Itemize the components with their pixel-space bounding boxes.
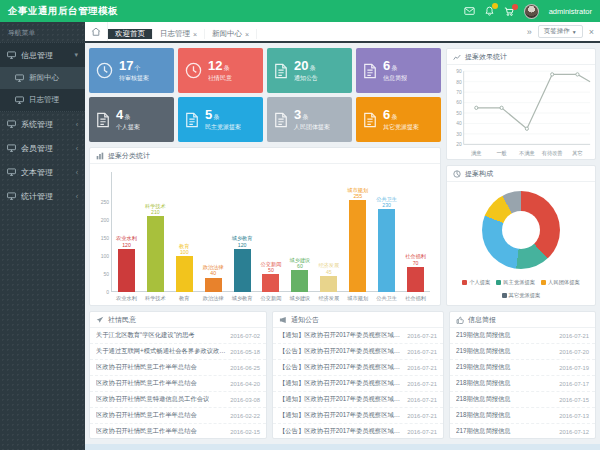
list-item[interactable]: 【公告】区政协召开2017年委员视察区域工作会议2016-07-21 [273,344,443,360]
bars: 农业水利120农业水利科学技术210科学技术教育100教育政治法律40政治法律城… [112,168,430,302]
file-icon [274,63,288,79]
bar-label-value: 255 [347,193,368,199]
stat-unit: 条 [391,65,397,71]
stat-card[interactable]: 12条社情民意 [178,48,263,93]
sidebar-item[interactable]: 系统管理‹ [0,112,85,136]
legend-item[interactable]: 民主党派提案 [496,279,535,286]
list-item-text: 218期信息简报信息 [456,379,511,388]
legend-item[interactable]: 人民团体提案 [541,279,580,286]
mail-icon[interactable] [464,7,475,15]
list-item[interactable]: 区政协召开社情民意特邀信息员工作会议2016-03-08 [90,392,266,408]
panel-title: 提案构成 [465,169,493,179]
clock-icon [96,62,113,79]
tab-home[interactable] [85,22,108,41]
chevron-left-icon: ‹ [76,193,78,200]
tab[interactable]: 欢迎首页 [108,29,153,39]
panel-header: 提案构成 [447,166,595,182]
list-item[interactable]: 【通知】区政协召开2017年委员视察区域工作会议2016-07-21 [273,392,443,408]
list-item[interactable]: 219期信息简报信息2016-07-19 [450,360,595,376]
sidebar-nav: 信息管理▾新闻中心日志管理系统管理‹会员管理‹文本管理‹统计管理‹ [0,42,85,208]
stat-card[interactable]: 5条民主党派提案 [178,97,263,142]
sidebar-item[interactable]: 统计管理‹ [0,184,85,208]
tab[interactable]: 新闻中心× [205,29,257,39]
bar-label-value: 230 [376,202,397,208]
svg-text:30: 30 [456,131,462,137]
tab[interactable]: 日志管理× [153,29,205,39]
bar-value-label: 经济发展45 [318,262,339,274]
bar-label-name: 城乡教育 [232,235,253,241]
panel-title: 社情民意 [108,315,136,325]
stat-card-body: 6条其它党派提案 [383,108,419,132]
sidebar-subitem[interactable]: 新闻中心 [0,67,85,89]
list-item[interactable]: 区政协召开社情民意工作半年总结会2016-02-22 [90,408,266,424]
list-item[interactable]: 【公告】区政协召开2017年委员视察区域工作会议2016-07-21 [273,424,443,438]
list-item[interactable]: 219期信息简报信息2016-07-21 [450,328,595,344]
list-item[interactable]: 219期信息简报信息2016-07-20 [450,344,595,360]
list-item-date: 2016-07-21 [407,413,437,419]
svg-text:20: 20 [456,141,462,147]
username[interactable]: administrator [549,7,592,16]
bar-value-label: 科学技术210 [145,203,166,215]
close-icon[interactable]: × [245,31,249,38]
tabs-close-icon[interactable]: × [589,27,594,37]
sidebar-item[interactable]: 信息管理▾ [0,43,85,67]
list-item[interactable]: 【通知】区政协召开2017年委员视察区域工作会议2016-07-21 [273,376,443,392]
stat-card[interactable]: 6条其它党派提案 [356,97,441,142]
stat-value: 6条 [383,59,407,72]
bell-icon[interactable] [485,6,494,16]
stat-card[interactable]: 3条人民团体提案 [267,97,352,142]
list-item[interactable]: 217期信息简报信息2016-07-12 [450,424,595,438]
stat-card[interactable]: 4条个人提案 [89,97,174,142]
legend-label: 民主党派提案 [503,279,535,286]
stat-card[interactable]: 6条信息简报 [356,48,441,93]
list-item[interactable]: 218期信息简报信息2016-07-15 [450,392,595,408]
stat-label: 社情民意 [208,74,232,83]
svg-text:90: 90 [456,68,462,74]
bar-chart-icon [96,152,104,160]
clock-icon [185,62,202,79]
bar-label-name: 经济发展 [318,262,339,268]
list-item-date: 2016-07-21 [407,381,437,387]
svg-text:50: 50 [456,110,462,116]
chevron-down-icon: ▾ [74,51,78,59]
legend-item[interactable]: 其它党派提案 [502,292,541,299]
list-item-text: 区政协召开社情民意工作半年总结会 [96,379,197,388]
y-axis-tick: 0 [96,289,109,295]
sidebar-item[interactable]: 会员管理‹ [0,136,85,160]
list-item-text: 【通知】区政协召开2017年委员视察区域工作会议 [279,395,403,404]
bar [176,256,193,292]
stat-card[interactable]: 17个待审核提案 [89,48,174,93]
list-item-text: 区政协召开社情民意工作半年总结会 [96,363,197,372]
list-item[interactable]: 区政协召开社情民意工作半年总结会2016-02-15 [90,424,266,438]
plane-icon [96,316,104,324]
list-item[interactable]: 关于通过互联网+模式畅通社会各界参政议政的建议2016-05-18 [90,344,266,360]
list-item[interactable]: 关于江北区教育“学区化建设”的思考2016-07-02 [90,328,266,344]
list-item[interactable]: 218期信息简报信息2016-07-17 [450,376,595,392]
tab-operations-button[interactable]: 页签操作▼ [538,25,583,38]
list-item-text: 区政协召开社情民意特邀信息员工作会议 [96,395,209,404]
y-axis-tick: 150 [96,235,109,241]
panel-header: 社情民意 [90,312,266,328]
list-item[interactable]: 【公告】区政协召开2017年委员视察区域工作会议2016-07-21 [273,360,443,376]
list-item[interactable]: 【通知】区政协召开2017年委员视察区域工作会议2016-07-21 [273,328,443,344]
tab-label: 欢迎首页 [115,29,145,39]
list-item[interactable]: 区政协召开社情民意工作半年总结会2016-04-20 [90,376,266,392]
sidebar-subitem[interactable]: 日志管理 [0,89,85,111]
list-item[interactable]: 区政协召开社情民意工作半年总结会2016-06-25 [90,360,266,376]
notification-badge [492,3,498,9]
avatar[interactable] [524,4,539,19]
sidebar-group: 统计管理‹ [0,184,85,208]
list-item-text: 【通知】区政协召开2017年委员视察区域工作会议 [279,379,403,388]
bar [234,249,251,292]
list-item[interactable]: 【通知】区政协召开2017年委员视察区域工作会议2016-07-21 [273,408,443,424]
bar [320,276,337,292]
stat-label: 待审核提案 [119,74,149,83]
list-item[interactable]: 218期信息简报信息2016-07-13 [450,408,595,424]
sidebar-subitem-label: 新闻中心 [29,73,59,83]
tabs-overflow-icon[interactable]: » [527,27,532,37]
stat-card[interactable]: 20条通知公告 [267,48,352,93]
cart-icon[interactable] [504,7,514,16]
close-icon[interactable]: × [193,31,197,38]
legend-item[interactable]: 个人提案 [462,279,490,286]
sidebar-item[interactable]: 文本管理‹ [0,160,85,184]
